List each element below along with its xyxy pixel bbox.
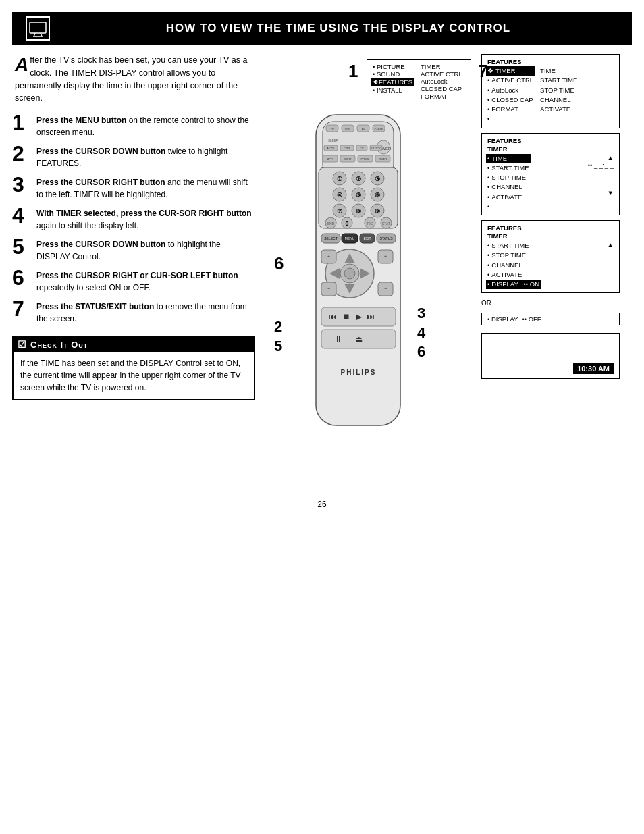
- menu-right-col: TIMER ACTIVE CTRL AutoLock CLOSED CAP FO…: [421, 63, 462, 100]
- svg-text:⏸: ⏸: [334, 334, 342, 344]
- menu-right-timer: TIMER: [421, 63, 462, 70]
- remote-control: TV VCR AV CABLE POWER SLEEP ACTV. CTRL C…: [302, 108, 414, 448]
- svg-text:STAT: STAT: [382, 221, 390, 226]
- step-2: 2 Press the CURSOR DOWN button twice to …: [12, 145, 255, 170]
- step-text-1: Press the MENU button on the remote cont…: [36, 114, 255, 138]
- panel3-content: •START TIME •STOP TIME •CHANNEL •ACTIVAT…: [487, 241, 614, 289]
- header-icon: [26, 16, 50, 41]
- svg-rect-0: [30, 22, 46, 33]
- menu-left-col: • PICTURE • SOUND ❖FEATURES • INSTALL: [373, 63, 412, 100]
- panel1-r-stop: STOP TIME: [540, 86, 577, 95]
- panel1-r-activate: ACTIVATE: [540, 105, 577, 114]
- step-1: 1 Press the MENU button on the remote co…: [12, 114, 255, 138]
- panel2-left: •TIME •START TIME •STOP TIME •CHANNEL •A…: [487, 154, 529, 212]
- panel2-time-val: ▲ •• _ _:_ _ ▼: [588, 154, 614, 197]
- svg-text:SELECT: SELECT: [324, 236, 337, 240]
- svg-text:⏭: ⏭: [367, 312, 375, 321]
- panel2-subheader: TIMER: [487, 145, 614, 153]
- svg-text:④: ④: [337, 192, 342, 199]
- svg-text:⏹: ⏹: [342, 312, 350, 321]
- svg-text:+: +: [384, 254, 387, 259]
- step-number-6: 6: [12, 267, 31, 288]
- panel1-format: •FORMAT: [487, 105, 533, 114]
- step-number-5: 5: [12, 236, 31, 257]
- panel1-closed: •CLOSED CAP: [487, 95, 533, 105]
- step-labels-346: 3 4 6: [417, 304, 425, 362]
- svg-text:CC: CC: [360, 147, 364, 150]
- step-3: 3 Press the CURSOR RIGHT button and the …: [12, 176, 255, 201]
- panel2-activate: •ACTIVATE: [487, 192, 529, 202]
- svg-text:SND: SND: [327, 221, 335, 226]
- svg-text:−: −: [384, 286, 387, 291]
- panel3-display: •DISPLAY •• ON: [486, 280, 541, 289]
- svg-text:⑧: ⑧: [356, 208, 361, 215]
- panel3-activate: •ACTIVATE: [487, 270, 539, 280]
- diagram-area: • PICTURE • SOUND ❖FEATURES • INSTALL TI…: [262, 54, 620, 486]
- svg-text:⑤: ⑤: [356, 192, 361, 199]
- panel3-stop: •STOP TIME: [487, 251, 539, 260]
- step-text-3: Press the CURSOR RIGHT button and the me…: [36, 176, 255, 201]
- menu-item-install: • INSTALL: [373, 86, 412, 94]
- step-4: 4 With TIMER selected, press the CUR-SOR…: [12, 207, 255, 232]
- panel2-channel: •CHANNEL: [487, 182, 529, 192]
- step-6: 6 Press the CURSOR RIGHT or CUR-SOR LEFT…: [12, 269, 255, 294]
- display-off-value: •• OFF: [522, 315, 541, 323]
- step-text-7: Press the STATUS/EXIT button to remove t…: [36, 301, 255, 325]
- svg-text:STATUS: STATUS: [380, 236, 394, 240]
- check-it-out-text: If the TIME has been set and the DISPLAY…: [20, 357, 247, 394]
- svg-text:VCR: VCR: [345, 128, 351, 131]
- intro-text: A fter the TV's clock has been set, you …: [12, 54, 255, 105]
- display-off-label: • DISPLAY: [487, 315, 518, 323]
- step-text-2: Press the CURSOR DOWN button twice to hi…: [36, 145, 255, 170]
- check-it-out-box: ☑ Check It Out If the TIME has been set …: [12, 336, 255, 400]
- check-it-out-title: ☑ Check It Out: [14, 337, 254, 352]
- svg-text:0: 0: [345, 220, 348, 227]
- panel1-left: ❖TIMER •ACTIVE CTRL •AutoLock •CLOSED CA…: [487, 66, 533, 124]
- step-label-3: 3: [417, 304, 425, 323]
- svg-text:CLOCK: CLOCK: [371, 147, 381, 150]
- panel1-right: TIME START TIME STOP TIME CHANNEL ACTIVA…: [540, 66, 577, 124]
- panel2-header: FEATURES: [487, 137, 614, 145]
- page-title: How to View the Time Using the Display C…: [58, 22, 618, 35]
- svg-text:MENU: MENU: [345, 236, 355, 240]
- features-panel-2: FEATURES TIMER •TIME •START TIME •STOP T…: [481, 133, 620, 216]
- steps-list: 1 Press the MENU button on the remote co…: [12, 114, 255, 325]
- svg-text:TV: TV: [330, 128, 333, 131]
- menu-right-active: ACTIVE CTRL: [421, 70, 462, 78]
- step-label-6-left: 6: [274, 253, 284, 274]
- step-number-1: 1: [12, 111, 31, 133]
- svg-text:⑨: ⑨: [375, 208, 380, 215]
- or-label: OR: [481, 299, 620, 307]
- panel3-left: •START TIME •STOP TIME •CHANNEL •ACTIVAT…: [487, 241, 539, 289]
- panel2-stop: •STOP TIME: [487, 173, 529, 182]
- step-number-7: 7: [12, 298, 31, 319]
- menu-item-picture: • PICTURE: [373, 63, 412, 70]
- svg-text:③: ③: [375, 176, 380, 182]
- svg-text:APP.: APP.: [327, 157, 333, 161]
- right-panels: FEATURES ❖TIMER •ACTIVE CTRL •AutoLock •…: [481, 54, 620, 379]
- svg-text:CTRL: CTRL: [344, 147, 351, 150]
- panel1-dot: •: [487, 114, 533, 124]
- svg-text:ACTV.: ACTV.: [327, 147, 334, 150]
- svg-text:TIMER: TIMER: [379, 157, 387, 161]
- menu-right-closed: CLOSED CAP: [421, 85, 462, 93]
- features-panel-3: FEATURES TIMER •START TIME •STOP TIME •C…: [481, 220, 620, 293]
- svg-text:+: +: [327, 254, 330, 259]
- svg-text:SORT: SORT: [344, 157, 352, 161]
- panel1-header: FEATURES: [487, 58, 614, 66]
- panel1-content: ❖TIMER •ACTIVE CTRL •AutoLock •CLOSED CA…: [487, 66, 614, 124]
- step-7: 7 Press the STATUS/EXIT button to remove…: [12, 301, 255, 325]
- svg-point-74: [344, 268, 355, 279]
- menu-item-sound: • SOUND: [373, 70, 412, 78]
- drop-cap: A: [15, 55, 28, 74]
- svg-text:−: −: [327, 286, 330, 291]
- panel1-r-start: START TIME: [540, 76, 577, 85]
- panel3-arrow: ▲: [608, 241, 614, 289]
- svg-text:⏮: ⏮: [329, 312, 337, 321]
- step-text-4: With TIMER selected, press the CUR-SOR R…: [36, 207, 255, 232]
- panel3-header: FEATURES: [487, 224, 614, 232]
- svg-text:⑥: ⑥: [375, 192, 380, 199]
- step-number-4: 4: [12, 205, 31, 226]
- menu-right-autolock: AutoLock: [421, 78, 462, 85]
- panel1-timer: ❖TIMER: [486, 66, 535, 76]
